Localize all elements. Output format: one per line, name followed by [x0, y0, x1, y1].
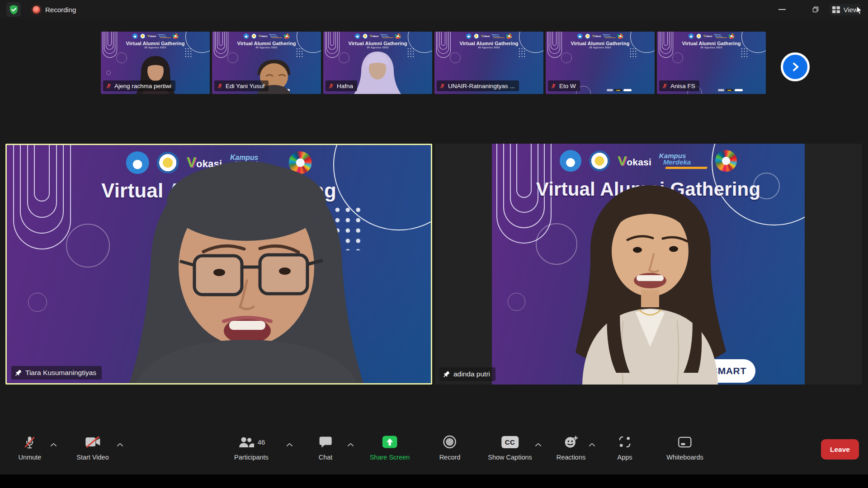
start-video-button[interactable]: Start Video [76, 435, 108, 461]
video-feed: Vokasi KampusMerdeka Virtual Alumni Gath… [492, 144, 805, 385]
participant-thumbnail[interactable]: Vokasi KampusMerdeka Virtual Alumni Gath… [546, 32, 655, 94]
muted-mic-icon [217, 83, 223, 89]
kemdikbud-logo [560, 150, 581, 172]
minimize-button[interactable] [774, 3, 790, 16]
participant-name-tag: UNAIR-Ratnaningtyas ... [437, 80, 519, 91]
unmute-button[interactable]: Unmute [19, 435, 42, 461]
university-logo [140, 33, 145, 39]
participant-thumbnail[interactable]: Vokasi KampusMerdeka Virtual Alumni Gath… [101, 32, 210, 94]
event-logos: Vokasi KampusMerdeka [688, 33, 735, 39]
participant-thumbnail[interactable]: Vokasi KampusMerdeka Virtual Alumni Gath… [212, 32, 321, 94]
event-logos: Vokasi KampusMerdeka [577, 33, 623, 39]
participant-name-tag: Ajeng rachma pertiwi [103, 80, 175, 91]
chat-icon [319, 436, 332, 448]
reactions-options-caret[interactable] [589, 440, 595, 448]
university-logo [696, 33, 701, 39]
kampus-merdeka-logo: KampusMerdeka [603, 34, 616, 38]
participants-options-caret[interactable] [287, 440, 292, 448]
participant-name-tag: Edi Yani Yusuf [214, 80, 269, 91]
university-logo [251, 33, 256, 39]
circle-decoration [66, 224, 110, 267]
event-title: Virtual Alumni Gathering [434, 41, 543, 46]
share-screen-button[interactable]: Share Screen [370, 435, 410, 461]
partner-badges [607, 89, 632, 91]
university-logo [157, 152, 179, 174]
partner-badges [273, 89, 290, 91]
circle-decoration [28, 293, 47, 312]
kampus-merdeka-logo: KampusMerdeka [492, 34, 505, 38]
dots-decoration [629, 47, 637, 59]
virtual-background: Vokasi KampusMerdeka Virtual Alumni Gath… [492, 144, 805, 385]
event-logos: Vokasi KampusMerdeka [243, 33, 290, 39]
view-button[interactable]: View [830, 4, 861, 15]
participants-button[interactable]: 46 Participants [234, 435, 269, 461]
muted-mic-icon [23, 435, 37, 449]
event-title: Virtual Alumni Gathering [657, 41, 766, 46]
participant-name: Ajeng rachma pertiwi [114, 83, 171, 89]
recording-label: Recording [45, 6, 76, 14]
chat-button[interactable]: Chat [319, 435, 333, 461]
vokasi-logo: Vokasi [147, 34, 156, 38]
kemdikbud-logo [688, 33, 694, 39]
participant-name-tag: Hafna [326, 80, 357, 91]
record-button[interactable]: Record [439, 435, 461, 461]
cc-icon: CC [501, 436, 519, 448]
apps-button[interactable]: Apps [617, 435, 632, 461]
meeting-toolbar: Unmute Start Video 46 Participants [0, 430, 868, 474]
chat-options-caret[interactable] [348, 440, 354, 448]
circle-decoration [116, 52, 127, 63]
vokasi-logo: Vokasi [592, 34, 601, 38]
muted-mic-icon [328, 83, 334, 89]
kemdikbud-logo [243, 33, 249, 39]
captions-options-caret[interactable] [535, 440, 541, 448]
vokasi-logo: Vokasi [618, 154, 651, 168]
next-page-button[interactable] [781, 52, 810, 81]
window-controls: View [774, 3, 861, 16]
participant-thumbnail[interactable]: Vokasi KampusMerdeka Virtual Alumni Gath… [657, 32, 766, 94]
participant-name: UNAIR-Ratnaningtyas ... [448, 83, 515, 89]
participant-name: Eto W [559, 83, 576, 89]
record-icon [443, 435, 457, 449]
participant-thumbnail[interactable]: Vokasi KampusMerdeka Virtual Alumni Gath… [434, 32, 543, 94]
mic-options-caret[interactable] [51, 440, 57, 448]
university-logo [362, 33, 368, 39]
event-title: Virtual Alumni Gathering [323, 41, 432, 46]
mouse-cursor [856, 6, 863, 16]
partner-badges [718, 89, 743, 91]
muted-mic-icon [551, 83, 557, 89]
video-tile[interactable]: Vokasi KampusMerdeka Virtual Alumni Gath… [435, 144, 862, 385]
security-shield-icon[interactable] [6, 2, 21, 17]
participant-thumbnail[interactable]: Vokasi KampusMerdeka Virtual Alumni Gath… [323, 32, 432, 94]
kampus-merdeka-logo: KampusMerdeka [230, 154, 281, 171]
video-options-caret[interactable] [117, 440, 123, 448]
university-logo [473, 33, 479, 39]
speaker-name: Tiara Kusumaningtiyas [25, 369, 96, 377]
vokasi-logo: Vokasi [187, 155, 222, 170]
event-date: 26 Agustus 2023 [7, 202, 431, 212]
vokasi-logo: Vokasi [703, 34, 712, 38]
restore-window-button[interactable] [808, 3, 823, 16]
event-date: 26 Agustus 2023 [101, 47, 210, 49]
event-title: Virtual Alumni Gathering [492, 178, 805, 200]
kemdikbud-logo [354, 33, 360, 39]
pin-icon [443, 371, 450, 378]
event-date: 26 Agustus 2023 [492, 202, 805, 211]
apps-icon [618, 435, 632, 449]
event-logos: Vokasi KampusMerdeka [354, 33, 401, 39]
vokasi-logo: Vokasi [370, 34, 379, 38]
reactions-button[interactable]: Reactions [557, 435, 585, 461]
show-captions-button[interactable]: CC Show Captions [488, 435, 532, 461]
muted-mic-icon [662, 83, 668, 89]
dots-decoration [518, 47, 526, 59]
circle-decoration [672, 52, 683, 63]
circle-decoration [450, 52, 461, 63]
kampus-merdeka-logo: KampusMerdeka [269, 34, 282, 38]
whiteboards-button[interactable]: Whiteboards [666, 435, 703, 461]
video-tile-active-speaker[interactable]: Vokasi KampusMerdeka Virtual Alumni Gath… [5, 144, 432, 385]
dots-decoration [184, 47, 192, 59]
circle-decoration [508, 293, 526, 311]
gallery-grid-icon [832, 6, 840, 13]
video-off-icon [85, 436, 101, 448]
sdg-logo [715, 150, 737, 172]
leave-button[interactable]: Leave [821, 439, 859, 460]
